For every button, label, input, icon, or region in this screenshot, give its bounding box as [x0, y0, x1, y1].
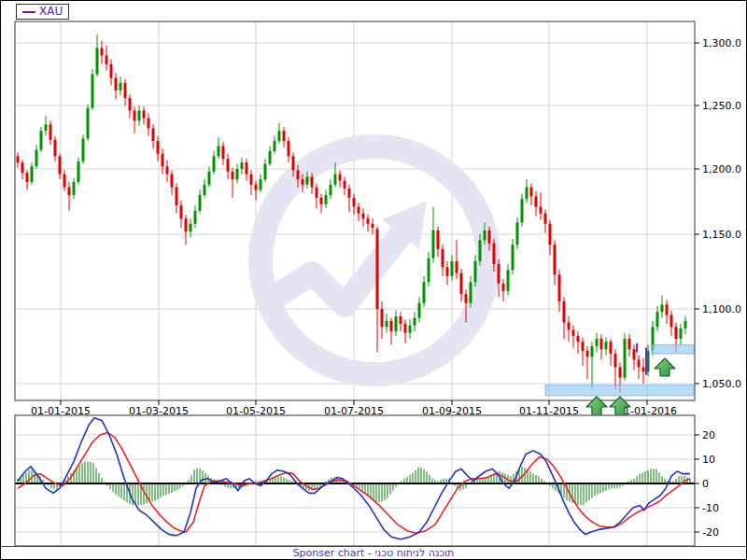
candle-body [474, 261, 477, 282]
candle-body [507, 270, 510, 290]
candle-body [437, 231, 440, 249]
candle-body [628, 339, 631, 349]
candle-body [302, 179, 304, 185]
candle-body [59, 156, 62, 174]
candle-body [283, 131, 286, 141]
candle-body [446, 267, 449, 276]
candle-body [96, 48, 99, 74]
candle-body [339, 175, 342, 181]
candle-body [106, 55, 108, 63]
candle-body [577, 336, 580, 342]
candle-body [73, 182, 76, 195]
candle-body [605, 342, 608, 349]
candle-body [297, 170, 300, 179]
price-axis-label: 1,050.0 [702, 378, 741, 390]
candle-body [432, 231, 435, 259]
support-zone-band [652, 344, 694, 354]
candle-body [535, 196, 538, 206]
candle-body [572, 329, 575, 335]
candle-body [488, 231, 491, 244]
candle-body [358, 207, 360, 214]
candle-body [306, 176, 309, 184]
candle-body [292, 156, 295, 170]
candle-body [549, 224, 552, 245]
candle-body [670, 315, 673, 327]
price-axis-label: 1,200.0 [702, 163, 741, 175]
candle-body [138, 110, 141, 120]
candle-body [600, 339, 603, 349]
candle-body [680, 329, 683, 339]
candle-body [260, 179, 262, 189]
candle-body [124, 83, 127, 98]
price-axis-label: 1,300.0 [702, 37, 741, 49]
price-axis-label: 1,150.0 [702, 229, 741, 241]
candle-body [460, 273, 463, 294]
candle-body [675, 327, 678, 339]
price-axis-label: 1,100.0 [702, 303, 741, 315]
candle-body [63, 175, 66, 188]
candle-body [246, 162, 248, 174]
candle-body [642, 367, 645, 371]
candle-body [493, 244, 496, 264]
candle-body [684, 321, 687, 329]
candle-body [484, 231, 486, 241]
candle-body [530, 188, 533, 197]
candle-body [236, 169, 239, 179]
candle-body [591, 346, 594, 357]
oscillator-axis-label: 10 [702, 454, 715, 466]
candle-body [35, 150, 38, 167]
candle-body [656, 312, 659, 327]
candle-body [423, 282, 426, 302]
candle-body [241, 162, 244, 169]
oscillator-axis-label: -20 [702, 526, 719, 539]
candle-body [498, 264, 500, 284]
candle-body [348, 189, 351, 198]
candle-body [376, 229, 379, 309]
candle-body [325, 195, 328, 204]
candle-body [586, 351, 589, 357]
footer-caption: Sponser chart - תוכנה לניתוח טכני [1, 546, 746, 559]
candle-body [451, 261, 454, 276]
candle-body [110, 64, 113, 78]
candle-body [638, 359, 641, 367]
candle-body [26, 173, 29, 182]
candle-body [213, 156, 216, 171]
price-axis-label: 1,250.0 [702, 100, 741, 112]
candle-body [134, 110, 136, 120]
candle-body [180, 205, 183, 218]
candle-body [232, 172, 234, 179]
candle-body [171, 175, 174, 188]
candle-body [92, 75, 94, 108]
candle-body [269, 151, 272, 164]
candle-body [544, 214, 547, 224]
candle-body [367, 218, 370, 224]
candle-body [582, 342, 585, 351]
candle-body [157, 141, 160, 154]
candle-body [619, 367, 622, 377]
candle-body [208, 172, 211, 185]
candle-body [120, 83, 122, 91]
candle-body [162, 154, 164, 167]
candle-body [633, 349, 636, 359]
candle-body [404, 324, 407, 333]
candle-body [199, 195, 202, 211]
candle-body [250, 175, 253, 185]
candle-body [353, 198, 356, 207]
candle-body [148, 119, 150, 129]
candle-body [596, 339, 599, 346]
candle-body [442, 249, 444, 267]
series-label: XAU [39, 5, 63, 19]
candle-body [204, 185, 206, 195]
candle-body [526, 188, 529, 200]
candle-body [255, 185, 258, 190]
candle-body [17, 156, 20, 162]
candle-body [563, 301, 566, 322]
candle-body [661, 304, 664, 312]
series-legend[interactable]: XAU [16, 4, 69, 20]
candle-body [568, 322, 571, 329]
candle-body [381, 309, 384, 327]
candle-body [400, 316, 402, 324]
candle-body [409, 326, 412, 333]
candle-body [176, 188, 178, 206]
candle-body [21, 162, 24, 173]
